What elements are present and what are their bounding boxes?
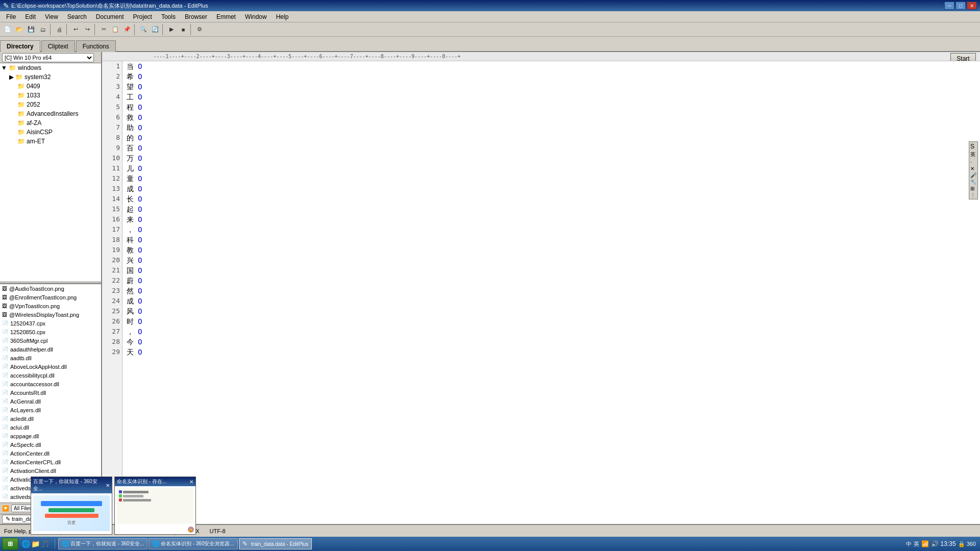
- file-item[interactable]: 📄aclui.dll: [0, 423, 101, 432]
- file-item[interactable]: 📄12520850.cpx: [0, 328, 101, 336]
- tree-item-windows[interactable]: ▼ 📁 windows: [0, 63, 101, 72]
- replace-button[interactable]: 🔄: [150, 24, 161, 35]
- left-panel: [C] Win 10 Pro x64 ▼ 📁 windows ▶ 📁 syste…: [0, 52, 102, 524]
- file-item[interactable]: 🖼@WirelessDisplayToast.png: [0, 310, 101, 319]
- redo-button[interactable]: ↪: [82, 24, 93, 35]
- taskbar-sep: [55, 539, 55, 549]
- menu-project[interactable]: Project: [129, 12, 156, 21]
- tree-item-af-za[interactable]: 📁 af-ZA: [0, 118, 101, 128]
- menu-document[interactable]: Document: [92, 12, 128, 21]
- tree-item-aisin[interactable]: 📁 AisinCSP: [0, 128, 101, 137]
- settings-button[interactable]: ⚙: [194, 24, 205, 35]
- preview-container: 百度一下，你就知道 - 360安全... ✕ 百度 命名实体识别 - 存在...…: [31, 477, 196, 535]
- file-item[interactable]: 📄accessibilitycpl.dll: [0, 371, 101, 380]
- file-item[interactable]: 📄accountaccessor.dll: [0, 380, 101, 388]
- editor-line: 助O: [127, 122, 976, 133]
- drive-selector[interactable]: [C] Win 10 Pro x64: [0, 52, 101, 63]
- taskbar-item-ner[interactable]: 🌐 命名实体识别 - 360安全浏览器...: [149, 538, 238, 549]
- taskbar: ⊞ 🌐 📁 🎵 🌐 百度一下，你就知道 - 360安全... 🌐 命名实体识别 …: [0, 537, 980, 551]
- editor-line: 蔚O: [127, 276, 976, 286]
- tree-item-2052[interactable]: 📁 2052: [0, 100, 101, 109]
- ime-icon-3: ·: [970, 159, 976, 165]
- menu-window[interactable]: Window: [241, 12, 271, 21]
- cut-button[interactable]: ✂: [98, 24, 109, 35]
- line-numbers: 1 2 3 4 5 6 7 8 9 10 11 12 13 14 15 16 1…: [102, 61, 122, 524]
- tree-item-advancedinstallers[interactable]: 📁 AdvancedInstallers: [0, 109, 101, 118]
- file-item[interactable]: 📄aadauthhelper.dll: [0, 345, 101, 354]
- editor-line: 起O: [127, 204, 976, 214]
- minimize-button[interactable]: ─: [944, 2, 954, 10]
- explorer-icon[interactable]: 📁: [31, 540, 40, 548]
- file-item[interactable]: 🖼@EnrollmentToastIcon.png: [0, 293, 101, 302]
- menu-view[interactable]: View: [41, 12, 62, 21]
- preview-close-icon[interactable]: ✕: [106, 483, 110, 488]
- file-item[interactable]: 🖼@VpnToastIcon.png: [0, 302, 101, 310]
- main-layout: [C] Win 10 Pro x64 ▼ 📁 windows ▶ 📁 syste…: [0, 52, 980, 524]
- save-button[interactable]: 💾: [26, 24, 37, 35]
- file-item[interactable]: 📄ActionCenterCPL.dll: [0, 458, 101, 466]
- file-item[interactable]: 📄acledit.dll: [0, 414, 101, 423]
- file-item[interactable]: 📄aadtb.dll: [0, 354, 101, 362]
- editor-text[interactable]: 当O 希O 望O 工O 程O 救O 助O 的O 百O 万O 儿O 童O 成O 长…: [122, 61, 980, 524]
- new-button[interactable]: 📄: [2, 24, 13, 35]
- window-title: E:\Eclipse-workspace\TopSolution\命名实体识别\…: [11, 2, 208, 10]
- tree-panel[interactable]: ▼ 📁 windows ▶ 📁 system32 📁 0409 📁 1033: [0, 63, 101, 282]
- file-item[interactable]: 📄ActionCenter.dll: [0, 449, 101, 458]
- windows-start-button[interactable]: ⊞: [2, 538, 18, 550]
- file-item[interactable]: 📄12520437.cpx: [0, 319, 101, 328]
- menu-browser[interactable]: Browser: [181, 12, 211, 21]
- tray-network[interactable]: 📶: [921, 540, 929, 547]
- menu-edit[interactable]: Edit: [21, 12, 40, 21]
- menu-emmet[interactable]: Emmet: [212, 12, 240, 21]
- preview-close-icon-2[interactable]: ✕: [189, 479, 193, 485]
- tree-item-am-et[interactable]: 📁 am-ET: [0, 137, 101, 146]
- file-list-panel[interactable]: 🖼@AudioToastIcon.png 🖼@EnrollmentToastIc…: [0, 284, 101, 503]
- file-item[interactable]: 📄AcGenral.dll: [0, 397, 101, 406]
- file-item[interactable]: 📄360SoftMgr.cpl: [0, 336, 101, 345]
- drive-select[interactable]: [C] Win 10 Pro x64: [2, 53, 94, 62]
- maximize-button[interactable]: □: [955, 2, 966, 10]
- tray-ime-eng[interactable]: 英: [914, 540, 919, 548]
- menu-search[interactable]: Search: [63, 12, 91, 21]
- file-item[interactable]: 🖼@AudioToastIcon.png: [0, 284, 101, 293]
- file-item[interactable]: 📄AcSpecfc.dll: [0, 440, 101, 449]
- open-button[interactable]: 📂: [14, 24, 25, 35]
- menu-help[interactable]: Help: [272, 12, 293, 21]
- tray-icons[interactable]: 🔒 360: [958, 541, 976, 547]
- paste-button[interactable]: 📌: [121, 24, 133, 35]
- tree-item-0409[interactable]: 📁 0409: [0, 82, 101, 91]
- file-item[interactable]: 📄AcLayers.dll: [0, 406, 101, 414]
- file-item[interactable]: 📄ActivationClient.dll: [0, 466, 101, 475]
- ime-icon-2: 英: [970, 151, 976, 158]
- ime-icon-1: S: [970, 143, 976, 150]
- tab-functions[interactable]: Functions: [76, 40, 116, 52]
- ie-icon[interactable]: 🌐: [21, 540, 30, 548]
- taskbar-item-editplus[interactable]: ✎ train_data.data - EditPlus: [239, 538, 312, 549]
- ime-icon-7: ⊞: [970, 186, 976, 191]
- file-item[interactable]: 📄AboveLockAppHost.dll: [0, 362, 101, 371]
- editor-panel: ----1----+----2----+----3----+----4----+…: [102, 52, 980, 524]
- print-button[interactable]: 🖨: [54, 24, 65, 35]
- tree-item-system32[interactable]: ▶ 📁 system32: [0, 72, 101, 82]
- file-item[interactable]: 📄AccountsRt.dll: [0, 388, 101, 397]
- copy-button[interactable]: 📋: [110, 24, 121, 35]
- editor-content-area[interactable]: 1 2 3 4 5 6 7 8 9 10 11 12 13 14 15 16 1…: [102, 61, 980, 524]
- taskbar-item-baidu[interactable]: 🌐 百度一下，你就知道 - 360安全...: [58, 538, 148, 549]
- run-button[interactable]: ▶: [166, 24, 177, 35]
- close-button[interactable]: ✕: [967, 2, 977, 10]
- menu-tools[interactable]: Tools: [157, 12, 180, 21]
- media-icon[interactable]: 🎵: [41, 540, 50, 548]
- save-all-button[interactable]: 🗂: [37, 24, 48, 35]
- tray-ime[interactable]: 中: [906, 540, 912, 548]
- editor-line: 天O: [127, 347, 976, 357]
- start-run-button[interactable]: Start: [950, 53, 976, 61]
- search-button[interactable]: 🔍: [138, 24, 149, 35]
- tab-cliptext[interactable]: Cliptext: [41, 40, 75, 52]
- stop-button[interactable]: ■: [178, 24, 189, 35]
- undo-button[interactable]: ↩: [70, 24, 81, 35]
- tray-volume[interactable]: 🔊: [931, 540, 939, 547]
- file-item[interactable]: 📄acppage.dll: [0, 432, 101, 440]
- tab-directory[interactable]: Directory: [0, 40, 40, 52]
- tree-item-1033[interactable]: 📁 1033: [0, 91, 101, 100]
- menu-file[interactable]: File: [2, 12, 20, 21]
